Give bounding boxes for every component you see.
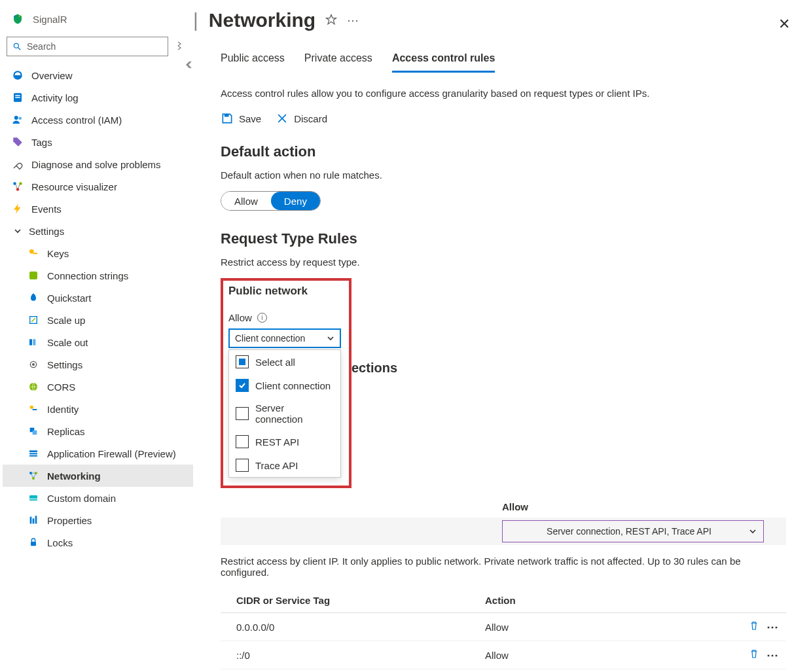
- search-placeholder: Search: [27, 41, 56, 52]
- sidebar-item-keys[interactable]: Keys: [3, 242, 193, 264]
- row-more-icon[interactable]: ⋯: [766, 620, 780, 634]
- sidebar: SignalR Search Overview Activity log Acc…: [0, 0, 193, 672]
- command-bar: Save Discard: [221, 112, 786, 125]
- scale-out-icon: [27, 336, 39, 348]
- more-actions-icon[interactable]: ⋯: [347, 13, 360, 27]
- col-cidr: CIDR or Service Tag: [236, 595, 485, 606]
- cidr-new-row: Allow: [221, 669, 786, 672]
- dd-label: Server connection: [255, 402, 334, 425]
- sidebar-item-diagnose[interactable]: Diagnose and solve problems: [3, 153, 193, 175]
- chevron-down-icon: [749, 527, 757, 535]
- replicas-icon: [27, 425, 39, 437]
- sidebar-item-networking[interactable]: Networking: [3, 465, 193, 487]
- sidebar-item-events[interactable]: Events: [3, 198, 193, 220]
- svg-rect-23: [33, 409, 37, 410]
- default-action-deny[interactable]: Deny: [271, 192, 320, 210]
- sidebar-item-tags[interactable]: Tags: [3, 131, 193, 153]
- tab-access-control-rules[interactable]: Access control rules: [392, 48, 495, 73]
- sidebar-item-properties[interactable]: Properties: [3, 509, 193, 531]
- expand-handle-icon[interactable]: [173, 39, 187, 55]
- dd-label: Select all: [255, 357, 295, 368]
- svg-rect-38: [225, 114, 229, 116]
- sidebar-item-label: Replicas: [47, 426, 85, 437]
- sidebar-item-activity-log[interactable]: Activity log: [3, 86, 193, 109]
- iam-icon: [12, 114, 24, 126]
- search-input[interactable]: Search: [7, 37, 168, 56]
- tab-public-access[interactable]: Public access: [221, 48, 285, 73]
- obscured-text: ections: [351, 361, 397, 376]
- close-icon[interactable]: ✕: [778, 16, 790, 33]
- sidebar-item-connection-strings[interactable]: Connection strings: [3, 264, 193, 287]
- svg-rect-14: [33, 253, 37, 254]
- sidebar-item-label: Diagnose and solve problems: [31, 159, 161, 170]
- sidebar-item-label: Resource visualizer: [31, 181, 117, 192]
- sidebar-item-locks[interactable]: Locks: [3, 531, 193, 554]
- sidebar-item-settings[interactable]: Settings: [3, 353, 193, 376]
- sidebar-item-resource-visualizer[interactable]: Resource visualizer: [3, 175, 193, 198]
- custom-domain-icon: www: [27, 492, 39, 504]
- discard-label: Discard: [294, 113, 327, 124]
- sidebar-item-label: Tags: [31, 137, 52, 148]
- sidebar-item-label: CORS: [47, 381, 75, 393]
- sidebar-item-firewall[interactable]: Application Firewall (Preview): [3, 442, 193, 465]
- sidebar-item-scale-up[interactable]: Scale up: [3, 309, 193, 331]
- default-action-allow[interactable]: Allow: [221, 192, 271, 210]
- nav-scroll[interactable]: Overview Activity log Access control (IA…: [0, 64, 193, 672]
- default-action-toggle[interactable]: Allow Deny: [221, 191, 321, 211]
- svg-rect-18: [33, 339, 35, 345]
- networking-icon: [27, 470, 39, 482]
- chevron-down-icon: [12, 225, 24, 237]
- sidebar-item-replicas[interactable]: Replicas: [3, 420, 193, 442]
- sidebar-item-label: Activity log: [31, 92, 79, 103]
- sidebar-item-label: Properties: [47, 515, 92, 526]
- sidebar-item-cors[interactable]: CORS: [3, 376, 193, 398]
- favorite-star-icon[interactable]: [325, 13, 338, 28]
- sidebar-item-overview[interactable]: Overview: [3, 64, 193, 86]
- dd-option-select-all[interactable]: Select all: [229, 350, 340, 374]
- properties-icon: [27, 514, 39, 526]
- delete-row-icon[interactable]: [748, 648, 760, 662]
- col-action: Action: [485, 595, 727, 606]
- sidebar-item-quickstart[interactable]: Quickstart: [3, 287, 193, 309]
- dd-option-trace-api[interactable]: Trace API: [229, 453, 340, 477]
- checkbox-icon: [236, 435, 249, 448]
- sidebar-item-label: Locks: [47, 537, 73, 548]
- sidebar-item-label: Access control (IAM): [31, 115, 122, 126]
- sidebar-item-label: Scale out: [47, 337, 88, 348]
- sidebar-item-scale-out[interactable]: Scale out: [3, 331, 193, 353]
- svg-rect-17: [29, 339, 32, 345]
- title-bar: | Networking ⋯ ✕: [193, 0, 811, 48]
- public-network-highlight: Public network Allow i Client connection…: [221, 278, 351, 488]
- info-icon[interactable]: i: [257, 313, 267, 323]
- sidebar-item-identity[interactable]: Identity: [3, 398, 193, 420]
- intro-text: Access control rules allow you to config…: [221, 88, 786, 99]
- dd-option-client-connection[interactable]: Client connection: [229, 374, 340, 397]
- sidebar-group-settings[interactable]: Settings: [3, 220, 193, 242]
- tags-icon: [12, 136, 24, 148]
- sidebar-item-label: Quickstart: [47, 292, 92, 304]
- svg-text:www: www: [29, 497, 37, 501]
- save-button[interactable]: Save: [221, 112, 261, 125]
- save-icon: [221, 112, 234, 125]
- tab-private-access[interactable]: Private access: [304, 48, 372, 73]
- overview-icon: [12, 69, 24, 81]
- svg-point-1: [19, 15, 21, 17]
- sidebar-item-iam[interactable]: Access control (IAM): [3, 109, 193, 131]
- cidr-cell: 0.0.0.0/0: [236, 622, 485, 633]
- discard-button[interactable]: Discard: [276, 112, 327, 125]
- main-panel: | Networking ⋯ ✕ Public access Private a…: [193, 0, 811, 672]
- gear-icon: [27, 359, 39, 370]
- allow-combo[interactable]: Client connection: [228, 328, 341, 348]
- dd-option-server-connection[interactable]: Server connection: [229, 397, 340, 430]
- private-allow-select[interactable]: Server connection, REST API, Trace API: [502, 520, 764, 542]
- row-more-icon[interactable]: ⋯: [766, 648, 780, 662]
- dd-option-rest-api[interactable]: REST API: [229, 430, 340, 453]
- sidebar-item-label: Events: [31, 203, 62, 215]
- default-action-heading: Default action: [221, 143, 786, 160]
- private-allow-value-real: Server connection, REST API, Trace API: [547, 526, 712, 537]
- sidebar-item-custom-domain[interactable]: www Custom domain: [3, 487, 193, 509]
- sidebar-item-label: Keys: [47, 248, 69, 259]
- svg-point-2: [14, 43, 18, 48]
- delete-row-icon[interactable]: [748, 620, 760, 634]
- diagnose-icon: [12, 158, 24, 170]
